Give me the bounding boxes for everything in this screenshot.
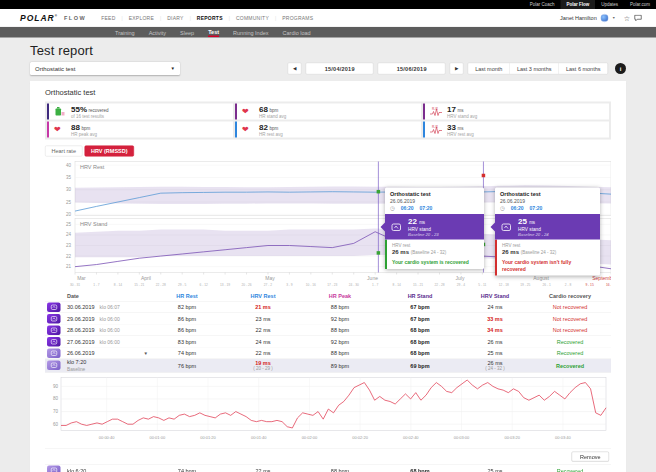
nav-explore[interactable]: EXPLORE — [129, 15, 154, 21]
table-row[interactable]: klo 7:20Baseline76 bpm19 ms( 20 - 29 )89… — [45, 359, 611, 372]
info-icon[interactable]: i — [615, 63, 626, 74]
svg-text:29 - 5: 29 - 5 — [178, 283, 187, 287]
date-to-input[interactable]: 15/06/2019 — [378, 63, 446, 75]
range-last-3-months[interactable]: Last 3 months — [510, 63, 559, 74]
summary-value: 68 — [259, 104, 268, 113]
tooltip-time-end: 07:20 — [420, 206, 433, 212]
summary-value: 82 — [259, 122, 268, 131]
svg-text:R-R: R-R — [432, 125, 438, 129]
quick-range-group: Last month Last 3 months Last 6 months — [468, 63, 608, 75]
svg-text:24 - 30: 24 - 30 — [349, 283, 359, 287]
svg-text:00:03:00: 00:03:00 — [454, 434, 470, 439]
tab-training[interactable]: Training — [115, 28, 135, 36]
range-last-6-months[interactable]: Last 6 months — [559, 63, 608, 74]
cardio-recovery-status: Recovered — [556, 362, 584, 368]
summary-unit: ms — [457, 125, 463, 130]
tooltip-time-start: 06:20 — [511, 206, 524, 212]
hrv-stand-banner: 25 ms HRV stand Baseline 20 - 24 — [495, 214, 600, 240]
nav-community[interactable]: COMMUNITY — [236, 15, 269, 21]
svg-text:40: 40 — [66, 163, 72, 168]
link-updates[interactable]: Updates — [595, 0, 624, 9]
col-hr-peak: HR Peak — [301, 293, 379, 299]
avatar[interactable] — [601, 14, 609, 22]
orthostatic-test-icon — [50, 315, 58, 322]
clock-icon: ◷ — [390, 205, 395, 212]
tab-test[interactable]: Test — [208, 28, 219, 38]
cardio-recovery-status: Not recovered — [553, 316, 588, 322]
svg-text:00:03:40: 00:03:40 — [555, 434, 571, 439]
summary-unit: bpm — [81, 125, 90, 130]
svg-text:3 - 9: 3 - 9 — [286, 283, 293, 287]
tab-sleep[interactable]: Sleep — [180, 28, 194, 36]
tooltip-date: 26.06.2019 — [500, 198, 595, 204]
toggle-hrv-rmssd[interactable]: HRV (RMSSD) — [84, 146, 134, 157]
favorites-star-icon[interactable]: ☆ — [624, 14, 630, 22]
table-row[interactable]: 29.06.2019klo 06:0086 bpm23 ms92 bpm67 b… — [45, 313, 611, 325]
svg-text:80: 80 — [53, 396, 59, 401]
link-polar-coach[interactable]: Polar Coach — [524, 0, 561, 9]
col-hrv-stand: HRV Stand — [461, 293, 529, 299]
hrv-rr-icon: R-R — [430, 125, 442, 135]
test-type-selected: Orthostatic test — [35, 65, 75, 72]
nav-programs[interactable]: PROGRAMS — [282, 15, 313, 21]
date-cell: 28.06.2019klo 06:00 — [67, 327, 149, 333]
tab-activity[interactable]: Activity — [149, 28, 166, 36]
user-menu[interactable]: Janet Hamilton ▾ ☆ — [560, 14, 642, 22]
link-polar-com[interactable]: Polar.com — [624, 0, 656, 9]
orthostatic-test-icon — [50, 338, 58, 345]
table-row[interactable]: klo 6:2074 bpm22 ms88 bpm68 bpm25 msReco… — [45, 465, 611, 472]
link-polar-flow[interactable]: Polar Flow — [560, 0, 595, 9]
tooltip-time-start: 06:20 — [401, 206, 414, 212]
tab-running-index[interactable]: Running Index — [233, 28, 268, 36]
svg-text:6 - 12: 6 - 12 — [199, 283, 208, 287]
page-header: Test report Orthostatic test ▼ ◀ 15/04/2… — [0, 38, 656, 76]
heart-rate-curve-svg[interactable]: 9080706000:00:4000:01:0000:01:2000:01:40… — [45, 375, 611, 445]
toggle-heart-rate[interactable]: Heart rate — [45, 146, 82, 157]
svg-text:15 - 21: 15 - 21 — [413, 283, 423, 287]
table-row[interactable]: 27.06.2019klo 06:0083 bpm24 ms92 bpm68 b… — [45, 336, 611, 348]
date-cell: klo 7:20Baseline — [67, 359, 149, 372]
report-controls: Orthostatic test ▼ ◀ 15/04/2019 15/06/20… — [30, 62, 626, 75]
svg-text:13 - 19: 13 - 19 — [220, 283, 230, 287]
date-cell: 30.06.2019klo 06:07 — [67, 304, 149, 310]
test-tooltip-left: Orthostatic test 26.06.2019 ◷ 06:20 07:2… — [385, 188, 484, 269]
polar-logo[interactable]: POLAR® — [20, 13, 58, 23]
table-row[interactable]: 30.06.2019klo 06:0782 bpm21 ms88 bpm67 b… — [45, 302, 611, 314]
remove-button[interactable]: Remove — [572, 451, 609, 461]
hrv-trend-chart[interactable]: 4035302520HRV Rest2524232221HRV Stand30 … — [45, 161, 611, 289]
cardio-recovery-status: Not recovered — [553, 327, 588, 333]
date-cell: 26.06.2019▼ — [67, 350, 149, 356]
expand-caret-icon[interactable]: ▼ — [144, 351, 148, 356]
svg-text:00:02:20: 00:02:20 — [352, 434, 368, 439]
feedback-chat-icon[interactable] — [634, 14, 642, 21]
test-type-dropdown[interactable]: Orthostatic test ▼ — [30, 62, 180, 75]
summary-card-hrv-rest-avg: R-R33msHRV rest avg — [423, 122, 609, 138]
nav-reports[interactable]: REPORTS — [197, 15, 223, 21]
orthostatic-test-icon — [50, 304, 58, 311]
hrv-rest-label: HRV rest — [392, 243, 479, 248]
table-rows-bottom: klo 6:2074 bpm22 ms88 bpm68 bpm25 msReco… — [45, 465, 611, 472]
svg-text:30: 30 — [66, 187, 72, 192]
svg-text:70: 70 — [53, 409, 59, 414]
prev-period-button[interactable]: ◀ — [288, 63, 302, 75]
tab-cardio-load[interactable]: Cardio load — [283, 28, 311, 36]
nav-feed[interactable]: FEED — [101, 15, 115, 21]
nav-diary[interactable]: DIARY — [167, 15, 183, 21]
next-period-button[interactable]: ▶ — [450, 63, 464, 75]
table-row[interactable]: 26.06.2019▼74 bpm22 ms88 bpm68 bpm25 msR… — [45, 348, 611, 360]
table-row[interactable]: 28.06.2019klo 06:0086 bpm22 ms88 bpm68 b… — [45, 325, 611, 337]
date-from-input[interactable]: 15/04/2019 — [306, 63, 374, 75]
hrv-stand-banner: 22 ms HRV stand Baseline 20 - 23 — [385, 214, 484, 240]
battery-icon — [54, 107, 65, 117]
svg-text:00:03:20: 00:03:20 — [504, 434, 520, 439]
summary-card-of-16-test-results: 55%recoveredof 16 test results — [47, 104, 233, 120]
reports-subnav: Training Activity Sleep Test Running Ind… — [0, 27, 656, 38]
cardio-recovery-status: Recovered — [557, 467, 584, 472]
orthostatic-test-icon — [50, 350, 58, 357]
svg-text:5 - 11: 5 - 11 — [478, 283, 486, 287]
clock-icon: ◷ — [500, 205, 505, 212]
orthostatic-test-icon — [50, 362, 58, 369]
svg-text:90: 90 — [53, 384, 59, 389]
range-last-month[interactable]: Last month — [468, 63, 510, 74]
summary-value: 88 — [71, 122, 80, 131]
